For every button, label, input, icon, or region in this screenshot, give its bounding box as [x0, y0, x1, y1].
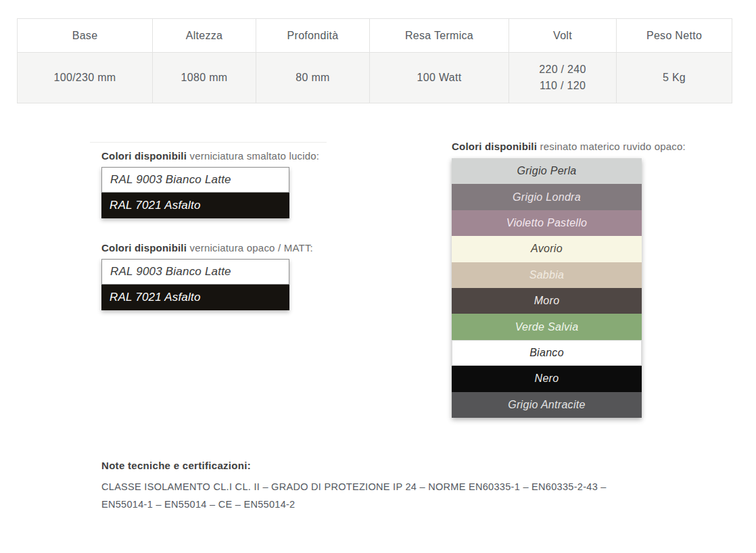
spec-header-profondita: Profondità [256, 19, 369, 52]
matt-swatch-group: RAL 9003 Bianco Latte RAL 7021 Asfalto [101, 259, 289, 310]
color-bar-label: Avorio [531, 243, 563, 255]
color-bar-violetto-pastello: Violetto Pastello [452, 210, 642, 236]
resin-colors-title-bold: Colori disponibili [452, 141, 537, 152]
swatch-ral-7021-matt: RAL 7021 Asfalto [101, 285, 289, 310]
color-bar-grigio-antracite: Grigio Antracite [452, 392, 642, 418]
color-bar-label: Bianco [529, 347, 564, 359]
color-bar-avorio: Avorio [452, 236, 642, 262]
glossy-finish-title: Colori disponibili verniciatura smaltato… [101, 150, 327, 162]
color-bar-moro: Moro [452, 288, 642, 314]
matt-finish-title-rest: verniciatura opaco / MATT: [187, 242, 313, 254]
color-bar-bianco: Bianco [452, 340, 642, 366]
color-bar-grigio-perla: Grigio Perla [452, 158, 642, 184]
swatch-label: RAL 7021 Asfalto [110, 291, 201, 304]
matt-finish-title: Colori disponibili verniciatura opaco / … [101, 242, 327, 254]
spec-value-text: 100/230 mm [54, 70, 116, 86]
notes-title: Note tecniche e certificazioni: [101, 460, 651, 471]
spec-value-text: 80 mm [296, 70, 329, 86]
spec-value-text: 5 Kg [663, 70, 686, 86]
spec-value-text: 100 Watt [417, 70, 462, 86]
spec-header-altezza: Altezza [152, 19, 256, 52]
notes-body: CLASSE ISOLAMENTO CL.I CL. II – GRADO DI… [101, 478, 651, 513]
color-bar-label: Sabbia [529, 269, 565, 281]
color-bar-label: Verde Salvia [515, 321, 579, 333]
ral-finishes-section: Colori disponibili verniciatura smaltato… [90, 142, 327, 310]
spec-header-label: Volt [553, 30, 572, 42]
spec-value-altezza: 1080 mm [152, 53, 256, 103]
spec-header-resa-termica: Resa Termica [369, 19, 509, 52]
matt-finish-title-bold: Colori disponibili [101, 242, 187, 254]
color-bar-label: Grigio Perla [517, 165, 576, 177]
color-bar-label: Grigio Londra [513, 191, 581, 203]
swatch-label: RAL 9003 Bianco Latte [110, 173, 231, 187]
spec-value-resa-termica: 100 Watt [369, 53, 509, 103]
spec-value-base: 100/230 mm [18, 53, 152, 103]
glossy-finish-title-bold: Colori disponibili [101, 150, 187, 162]
color-bar-label: Moro [534, 295, 560, 307]
color-bar-grigio-londra: Grigio Londra [452, 184, 642, 210]
spec-header-base: Base [18, 19, 152, 52]
swatch-ral-9003-glossy: RAL 9003 Bianco Latte [101, 167, 289, 193]
color-bar-label: Nero [535, 372, 559, 385]
spec-header-label: Profondità [287, 30, 339, 42]
spec-value-text: 1080 mm [181, 70, 228, 86]
swatch-label: RAL 9003 Bianco Latte [110, 265, 231, 279]
spec-header-label: Altezza [186, 30, 223, 42]
spec-header-label: Base [72, 30, 98, 42]
spec-value-peso-netto: 5 Kg [616, 53, 732, 103]
color-bar-label: Grigio Antracite [508, 399, 585, 411]
spec-header-label: Resa Termica [405, 30, 473, 42]
color-bar-verde-salvia: Verde Salvia [452, 314, 642, 339]
spec-value-text: 220 / 240 110 / 120 [539, 62, 586, 94]
glossy-swatch-group: RAL 9003 Bianco Latte RAL 7021 Asfalto [101, 167, 289, 218]
spec-table-header-row: Base Altezza Profondità Resa Termica Vol… [18, 19, 732, 53]
spec-header-peso-netto: Peso Netto [616, 19, 732, 52]
color-bar-label: Violetto Pastello [506, 217, 588, 229]
glossy-finish-title-rest: verniciatura smaltato lucido: [187, 150, 319, 162]
color-bar-nero: Nero [452, 366, 642, 391]
resin-colors-section: Colori disponibili resinato materico ruv… [452, 141, 642, 418]
spec-header-volt: Volt [509, 19, 616, 52]
spec-value-profondita: 80 mm [256, 53, 369, 103]
resin-color-list: Grigio Perla Grigio Londra Violetto Past… [452, 158, 642, 418]
color-bar-sabbia: Sabbia [452, 262, 642, 288]
resin-colors-title-rest: resinato materico ruvido opaco: [537, 141, 686, 152]
technical-notes-section: Note tecniche e certificazioni: CLASSE I… [101, 460, 651, 513]
resin-colors-title: Colori disponibili resinato materico ruv… [452, 141, 642, 152]
spec-value-volt: 220 / 240 110 / 120 [509, 53, 616, 103]
swatch-ral-9003-matt: RAL 9003 Bianco Latte [101, 259, 289, 285]
spec-table-value-row: 100/230 mm 1080 mm 80 mm 100 Watt 220 / … [18, 53, 732, 103]
swatch-ral-7021-glossy: RAL 7021 Asfalto [101, 193, 289, 218]
spec-header-label: Peso Netto [646, 30, 702, 42]
spec-table: Base Altezza Profondità Resa Termica Vol… [17, 18, 732, 103]
swatch-label: RAL 7021 Asfalto [110, 199, 201, 212]
